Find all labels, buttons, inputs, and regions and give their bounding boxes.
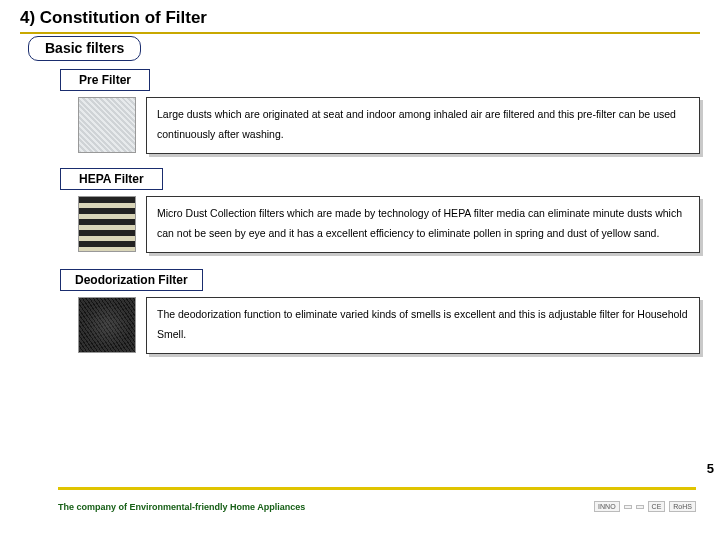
slide-title: 4) Constitution of Filter (20, 8, 700, 31)
filter-block-hepa: HEPA Filter Micro Dust Collection filter… (60, 168, 700, 253)
title-underline (20, 32, 700, 34)
logo-chip: RoHS (669, 501, 696, 512)
filter-label: HEPA Filter (60, 168, 163, 190)
slide: 4) Constitution of Filter Basic filters … (0, 0, 720, 540)
logo-chip (624, 505, 632, 509)
title-block: 4) Constitution of Filter (20, 8, 700, 34)
logo-chip (636, 505, 644, 509)
logo-chip: CE (648, 501, 666, 512)
description-text: Micro Dust Collection filters which are … (146, 196, 700, 253)
footer-rule (58, 487, 696, 490)
description-box: Micro Dust Collection filters which are … (146, 196, 700, 253)
deo-swatch-image (78, 297, 136, 353)
filter-row: Micro Dust Collection filters which are … (78, 196, 700, 253)
prefilter-swatch-image (78, 97, 136, 153)
footer-logos: INNO CE RoHS (594, 501, 696, 512)
description-box: Large dusts which are originated at seat… (146, 97, 700, 154)
filter-row: The deodorization function to eliminate … (78, 297, 700, 354)
filter-block-pre: Pre Filter Large dusts which are origina… (60, 69, 700, 154)
description-box: The deodorization function to eliminate … (146, 297, 700, 354)
hepa-swatch-image (78, 196, 136, 252)
logo-chip: INNO (594, 501, 620, 512)
page-number: 5 (707, 461, 714, 476)
filter-block-deo: Deodorization Filter The deodorization f… (60, 269, 700, 354)
footer-company-text: The company of Environmental-friendly Ho… (58, 502, 305, 512)
subtitle-pill: Basic filters (28, 36, 141, 61)
filter-label: Pre Filter (60, 69, 150, 91)
description-text: Large dusts which are originated at seat… (146, 97, 700, 154)
description-text: The deodorization function to eliminate … (146, 297, 700, 354)
filter-row: Large dusts which are originated at seat… (78, 97, 700, 154)
filter-label: Deodorization Filter (60, 269, 203, 291)
